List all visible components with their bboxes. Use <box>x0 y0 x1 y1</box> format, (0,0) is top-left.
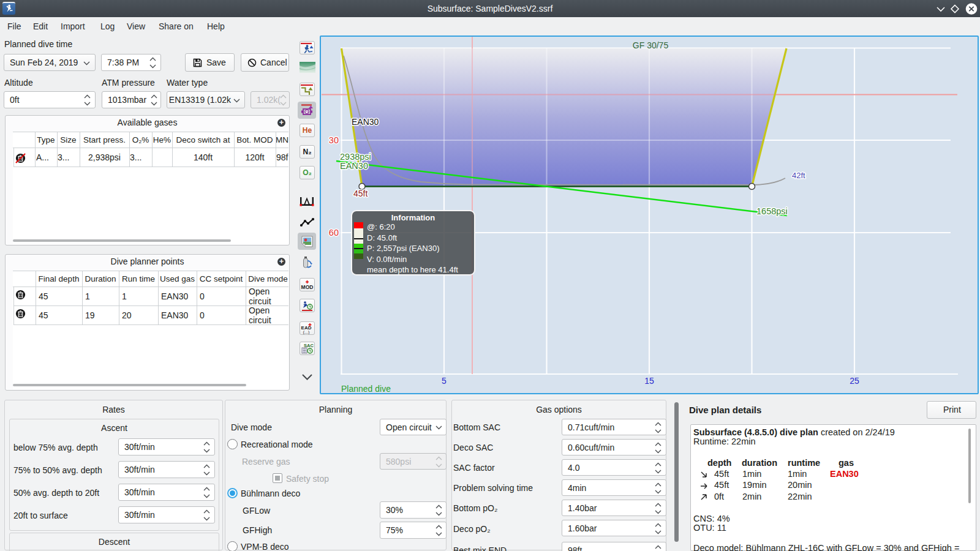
svg-text:5: 5 <box>442 376 447 386</box>
svg-text:25: 25 <box>850 376 859 386</box>
svg-text:30: 30 <box>329 135 339 145</box>
svg-text:1658psi: 1658psi <box>756 206 788 216</box>
svg-text:45ft: 45ft <box>353 189 368 198</box>
svg-text:60: 60 <box>329 228 339 238</box>
svg-text:Planned dive: Planned dive <box>341 384 391 394</box>
svg-text:GF 30/75: GF 30/75 <box>633 40 669 50</box>
svg-text:EAN30: EAN30 <box>352 117 379 127</box>
svg-text:(...): (...) <box>303 330 310 335</box>
svg-text:2938psi: 2938psi <box>340 152 371 162</box>
svg-text:42ft: 42ft <box>792 171 805 180</box>
svg-text:MOD: MOD <box>301 284 314 290</box>
svg-text:EAN30: EAN30 <box>340 161 368 171</box>
svg-text:15: 15 <box>644 376 654 386</box>
